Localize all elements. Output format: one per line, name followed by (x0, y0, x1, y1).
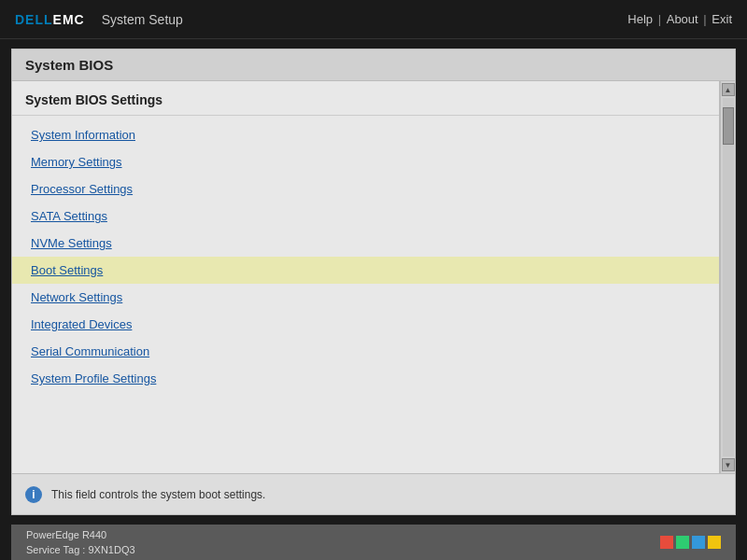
info-bar: i This field controls the system boot se… (12, 473, 735, 514)
service-tag: Service Tag : 9XN1DQ3 (26, 542, 135, 558)
service-tag-label: Service Tag : (26, 544, 85, 555)
content-area: System BIOS Settings System InformationM… (12, 81, 735, 473)
tile-yellow (708, 536, 721, 549)
bios-header: System BIOS (12, 49, 735, 81)
settings-title: System BIOS Settings (12, 81, 719, 116)
model-label: PowerEdge R440 (26, 527, 135, 543)
topbar-nav: Help | About | Exit (627, 12, 732, 26)
info-icon: i (25, 486, 42, 503)
brand-dell: DELL (15, 12, 53, 27)
help-link[interactable]: Help (627, 12, 653, 26)
brand-logo: DELLEMC (15, 12, 85, 27)
about-link[interactable]: About (667, 12, 698, 26)
info-text: This field controls the system boot sett… (51, 488, 265, 501)
menu-item-network-settings[interactable]: Network Settings (12, 284, 719, 311)
menu-item-system-information[interactable]: System Information (12, 121, 719, 148)
settings-panel: System BIOS Settings System InformationM… (12, 81, 720, 473)
windows-tiles (660, 536, 721, 549)
menu-item-memory-settings[interactable]: Memory Settings (12, 148, 719, 175)
menu-item-serial-communication[interactable]: Serial Communication (12, 338, 719, 365)
menu-item-boot-settings[interactable]: Boot Settings (12, 257, 719, 284)
settings-list[interactable]: System InformationMemory SettingsProcess… (12, 116, 719, 473)
tile-blue (692, 536, 705, 549)
scroll-up-button[interactable]: ▲ (722, 83, 735, 96)
menu-item-integrated-devices[interactable]: Integrated Devices (12, 311, 719, 338)
scrollbar[interactable]: ▲ ▼ (720, 81, 735, 473)
tile-green (676, 536, 689, 549)
scroll-thumb[interactable] (723, 107, 734, 145)
service-tag-value: 9XN1DQ3 (88, 544, 134, 555)
scroll-down-button[interactable]: ▼ (722, 458, 735, 471)
menu-item-nvme-settings[interactable]: NVMe Settings (12, 230, 719, 257)
exit-link[interactable]: Exit (712, 12, 732, 26)
topbar: DELLEMC System Setup Help | About | Exit (0, 0, 747, 39)
menu-item-processor-settings[interactable]: Processor Settings (12, 175, 719, 203)
scroll-track (723, 98, 734, 456)
statusbar: PowerEdge R440 Service Tag : 9XN1DQ3 (11, 525, 736, 560)
main-panel: System BIOS System BIOS Settings System … (11, 49, 736, 515)
system-setup-label: System Setup (102, 12, 183, 27)
menu-item-system-profile-settings[interactable]: System Profile Settings (12, 365, 719, 392)
menu-item-sata-settings[interactable]: SATA Settings (12, 203, 719, 230)
status-info: PowerEdge R440 Service Tag : 9XN1DQ3 (26, 527, 135, 558)
tile-red (660, 536, 673, 549)
brand-emc: EMC (53, 12, 85, 27)
